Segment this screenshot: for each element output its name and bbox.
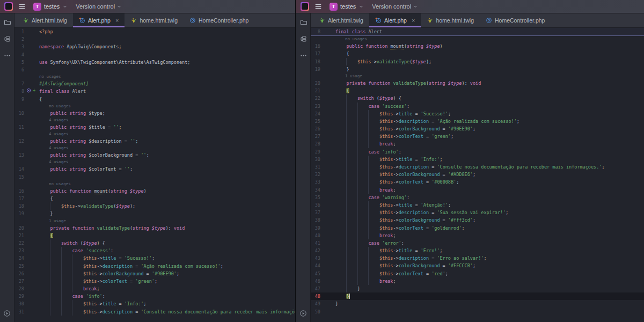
tab-alert-php[interactable]: Alert.php× (369, 13, 421, 27)
code-line[interactable]: 31 $this->description = 'Consulte nossa … (311, 163, 644, 171)
code-line[interactable]: 22 switch ($type) { (311, 94, 644, 102)
code-line[interactable]: 24 $this->title = 'Sucesso!'; (14, 254, 295, 262)
implementations-icon[interactable] (32, 87, 36, 95)
code-line[interactable]: 33 $this->colorText = '#00008B'; (311, 178, 644, 186)
code-line[interactable]: 2 (14, 35, 295, 43)
code-line[interactable]: 7#[AsTwigComponent] (14, 80, 295, 87)
code-line[interactable]: 32 $this->colorBackground = '#ADD8E6'; (311, 171, 644, 178)
code-line[interactable]: 27 $this->colorText = 'green'; (14, 277, 295, 285)
tab-alert-php[interactable]: Alert.php× (73, 13, 125, 27)
gutter-icons (320, 42, 335, 50)
code-line[interactable]: 11 public string $title = ''; (14, 123, 295, 131)
close-tab-icon[interactable]: × (412, 17, 415, 24)
code-line[interactable]: 16 public function mount(string $type) (311, 42, 644, 50)
code-line[interactable]: 27 $this->colorText = 'green'; (311, 133, 644, 140)
more-tool-windows-button[interactable] (298, 50, 309, 61)
indent-guide (368, 262, 369, 269)
code-line[interactable]: 42 $this->title = 'Erro!'; (311, 247, 644, 254)
version-control-widget[interactable]: Version control (370, 2, 420, 11)
code-text: $this->title = 'Sucesso!'; (39, 254, 295, 262)
code-line[interactable]: 46 break; (311, 277, 644, 285)
code-line[interactable]: 17 { (14, 195, 295, 202)
code-line[interactable]: 47 } (311, 285, 644, 292)
code-line[interactable]: 3namespace App\Twig\Components; (14, 43, 295, 50)
code-line[interactable]: 26 $this->colorBackground = '#90EE90'; (311, 125, 644, 133)
line-number: 37 (311, 209, 320, 216)
code-line[interactable]: 8final class Alert (14, 87, 295, 95)
code-line[interactable]: 25 $this->description = 'Ação realizada … (14, 262, 295, 270)
code-line[interactable]: 26 $this->colorBackground = '#90EE90'; (14, 270, 295, 277)
code-line[interactable]: 18 $this->validateType($type); (14, 202, 295, 210)
code-line[interactable]: 22 switch ($type) { (14, 239, 295, 247)
structure-tool-button[interactable] (2, 33, 12, 44)
project-tool-button[interactable] (2, 17, 12, 27)
code-line[interactable]: 29 case 'info': (14, 292, 295, 300)
version-control-widget[interactable]: Version control (74, 2, 124, 11)
code-editor[interactable]: 8final class Alert no usages16 public fu… (311, 28, 644, 322)
code-line[interactable]: 39 $this->colorText = 'goldenrod'; (311, 224, 644, 232)
tab-homecontroller-php[interactable]: HomeController.php (184, 13, 254, 27)
code-line[interactable]: 13 public string $colorBackground = ''; (14, 151, 295, 159)
code-line[interactable]: 38 $this->colorBackground = '#fff3cd'; (311, 216, 644, 224)
tab-home-html-twig[interactable]: home.html.twig (125, 13, 184, 27)
code-line[interactable]: 43 $this->description = 'Erro ao salvar!… (311, 254, 644, 262)
code-line[interactable]: 19 } (14, 210, 295, 217)
code-line[interactable]: 50 (311, 308, 644, 316)
code-line[interactable]: 21 { (311, 87, 644, 94)
project-switcher[interactable]: T testes (327, 2, 366, 12)
code-line[interactable]: 23 case 'success': (14, 247, 295, 254)
code-line[interactable]: 1<?php (14, 28, 295, 35)
code-line[interactable]: 14 public string $colorText = ''; (14, 165, 295, 173)
tab-homecontroller-php[interactable]: HomeController.php (480, 13, 551, 27)
code-line[interactable]: 18 $this->validateType($type); (311, 58, 644, 65)
code-line[interactable]: 24 $this->title = 'Sucesso!'; (311, 110, 644, 118)
code-line[interactable]: 40 break; (311, 232, 644, 239)
component-icon[interactable] (26, 87, 31, 95)
services-run-button[interactable] (298, 308, 309, 319)
code-line[interactable]: 12 public string $description = ''; (14, 137, 295, 145)
code-line[interactable]: 48 } (311, 292, 644, 300)
code-line[interactable]: 30 $this->title = 'Info:'; (311, 156, 644, 163)
code-line[interactable]: 45 $this->colorText = 'red'; (311, 270, 644, 277)
code-line[interactable]: 20 private function validateType(string … (14, 224, 295, 232)
code-line[interactable]: 29 case 'info': (311, 148, 644, 156)
code-line[interactable]: 31 $this->description = 'Consulte nossa … (14, 308, 295, 316)
code-line[interactable]: 8final class Alert (311, 28, 644, 35)
tab-alert-html-twig[interactable]: Alert.html.twig (313, 13, 369, 27)
code-line[interactable]: 21 { (14, 232, 295, 239)
code-line[interactable]: 5use Symfony\UX\TwigComponent\Attribute\… (14, 58, 295, 66)
code-line[interactable]: 17 { (311, 50, 644, 57)
code-line[interactable]: 23 case 'success': (311, 103, 644, 110)
code-editor[interactable]: 1<?php23namespace App\Twig\Components;45… (14, 28, 295, 322)
code-line[interactable]: 6 (14, 66, 295, 74)
code-line[interactable]: 19 } (311, 65, 644, 73)
code-line[interactable]: 28 break; (311, 140, 644, 148)
code-line[interactable]: 28 break; (14, 285, 295, 292)
code-line[interactable]: 15 (14, 173, 295, 181)
code-line[interactable]: 35 case 'warning': (311, 194, 644, 201)
project-tool-button[interactable] (298, 17, 309, 27)
code-line[interactable]: 36 $this->title = 'Atenção!'; (311, 201, 644, 209)
more-tool-windows-button[interactable] (2, 50, 12, 61)
tab-home-html-twig[interactable]: home.html.twig (421, 13, 480, 27)
code-line[interactable]: 37 $this->description = 'Sua sessão vai … (311, 209, 644, 216)
close-tab-icon[interactable]: × (115, 17, 119, 24)
code-line[interactable]: 16 public function mount(string $type) (14, 187, 295, 195)
code-line[interactable]: 44 $this->colorBackground = '#FFCCCB'; (311, 262, 644, 269)
code-line[interactable]: 34 break; (311, 186, 644, 194)
main-menu-button[interactable] (313, 1, 324, 12)
code-line[interactable]: 9{ (14, 96, 295, 103)
structure-tool-button[interactable] (298, 33, 309, 44)
tab-alert-html-twig[interactable]: Alert.html.twig (17, 13, 73, 27)
gutter-icons (24, 137, 39, 145)
code-line[interactable]: 49} (311, 300, 644, 308)
code-line[interactable]: 10 public string $type; (14, 109, 295, 117)
code-line[interactable]: 20 private function validateType(string … (311, 79, 644, 87)
code-line[interactable]: 41 case 'error': (311, 239, 644, 247)
project-switcher[interactable]: T testes (31, 2, 70, 12)
code-line[interactable]: 25 $this->description = 'Ação realizada … (311, 118, 644, 125)
code-line[interactable]: 30 $this->title = 'Info:'; (14, 300, 295, 308)
services-run-button[interactable] (2, 308, 12, 319)
main-menu-button[interactable] (17, 1, 27, 12)
code-line[interactable]: 4 (14, 51, 295, 58)
